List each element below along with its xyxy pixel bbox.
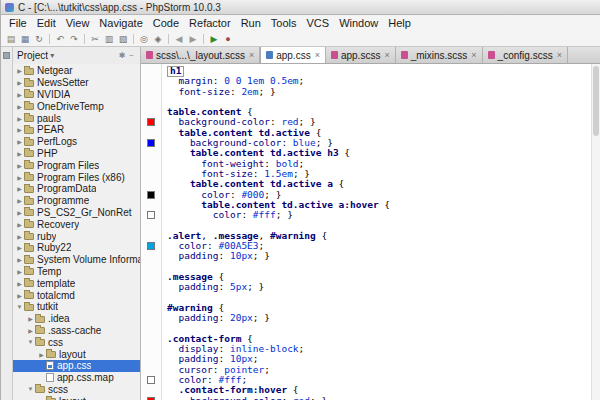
code-line[interactable]: [167, 262, 591, 272]
menu-item-edit[interactable]: Edit: [32, 17, 61, 29]
menu-item-vcs[interactable]: VCS: [302, 17, 335, 29]
tree-item[interactable]: ▶layout: [13, 395, 140, 400]
tree-item[interactable]: ▼tutkit: [13, 301, 140, 313]
code-line[interactable]: [167, 293, 591, 303]
tab-close-icon[interactable]: ×: [249, 50, 254, 60]
tab-close-icon[interactable]: ×: [384, 50, 389, 60]
color-swatch[interactable]: [147, 118, 155, 126]
hide-panel-icon[interactable]: −: [127, 51, 136, 60]
forward-icon[interactable]: ▶: [186, 32, 200, 46]
tree-item[interactable]: ▶System Volume Information: [13, 254, 140, 266]
settings-icon[interactable]: ✱: [117, 51, 128, 60]
tab-close-icon[interactable]: ×: [471, 50, 476, 60]
expand-collapsed-icon[interactable]: ▶: [15, 150, 24, 157]
editor-tab[interactable]: _mixins.scss×: [396, 47, 483, 63]
expand-collapsed-icon[interactable]: ▶: [15, 256, 24, 263]
expand-collapsed-icon[interactable]: ▶: [15, 244, 24, 251]
project-tool-button[interactable]: [3, 52, 10, 59]
color-swatch[interactable]: [147, 211, 155, 219]
find-icon[interactable]: ◎: [137, 32, 151, 46]
title-bar[interactable]: C - [C:\...\tutkit\css\app.css - PhpStor…: [1, 0, 600, 15]
tree-item[interactable]: ▶NewsSetter: [13, 77, 140, 89]
copy-icon[interactable]: ▥: [102, 32, 116, 46]
expand-collapsed-icon[interactable]: ▶: [15, 103, 24, 110]
replace-icon[interactable]: ◈: [151, 32, 165, 46]
expand-collapsed-icon[interactable]: ▶: [15, 268, 24, 275]
redo-icon[interactable]: ↷: [67, 32, 81, 46]
synchronize-icon[interactable]: ↻: [32, 32, 46, 46]
tree-item[interactable]: ▶PEAR: [13, 124, 140, 136]
tree-item[interactable]: ▶layout: [13, 348, 140, 360]
editor-tab[interactable]: app.scss×: [326, 47, 396, 63]
menu-item-run[interactable]: Run: [236, 17, 266, 29]
cut-icon[interactable]: ✂: [88, 32, 102, 46]
expand-collapsed-icon[interactable]: ▶: [37, 351, 46, 358]
tree-item[interactable]: ▶Recovery: [13, 218, 140, 230]
run-icon[interactable]: ▶: [207, 32, 221, 46]
tree-item[interactable]: ▶PHP: [13, 148, 140, 160]
expand-collapsed-icon[interactable]: ▶: [15, 67, 24, 74]
expand-expanded-icon[interactable]: ▼: [26, 339, 35, 345]
tree-item[interactable]: ▶ruby: [13, 230, 140, 242]
scrollbar-thumb[interactable]: [593, 66, 599, 136]
expand-collapsed-icon[interactable]: ▶: [15, 280, 24, 287]
code-line[interactable]: color: #fff; }: [167, 210, 591, 220]
expand-collapsed-icon[interactable]: ▶: [26, 315, 35, 322]
color-swatch[interactable]: [147, 191, 155, 199]
menu-item-navigate[interactable]: Navigate: [94, 17, 147, 29]
editor-scrollbar[interactable]: [591, 64, 600, 400]
tree-item[interactable]: ▶Program Files: [13, 159, 140, 171]
code-line[interactable]: padding: 5px; }: [167, 282, 591, 292]
tree-item[interactable]: ▶ProgramData: [13, 183, 140, 195]
tree-item[interactable]: ▶Netgear: [13, 65, 140, 77]
menu-item-code[interactable]: Code: [148, 17, 184, 29]
tree-item[interactable]: ▶NVIDIA: [13, 89, 140, 101]
menu-item-help[interactable]: Help: [383, 17, 416, 29]
tree-item[interactable]: ▶PerfLogs: [13, 136, 140, 148]
tree-item[interactable]: ▶totalcmd: [13, 289, 140, 301]
editor-tab[interactable]: app.css×: [260, 47, 326, 63]
expand-expanded-icon[interactable]: ▼: [15, 304, 24, 310]
expand-collapsed-icon[interactable]: ▶: [26, 327, 35, 334]
code-line[interactable]: padding: 20px; }: [167, 313, 591, 323]
editor-tab[interactable]: _config.scss×: [483, 47, 568, 63]
menu-item-refactor[interactable]: Refactor: [184, 17, 236, 29]
tree-item[interactable]: ▶.sass-cache: [13, 325, 140, 337]
back-icon[interactable]: ◀: [172, 32, 186, 46]
expand-collapsed-icon[interactable]: ▶: [15, 292, 24, 299]
save-all-icon[interactable]: ▦: [18, 32, 32, 46]
tree-item[interactable]: ▶Ruby22: [13, 242, 140, 254]
project-panel-header[interactable]: Project ▾ ✱−: [13, 47, 140, 64]
tab-close-icon[interactable]: ×: [315, 50, 320, 60]
expand-collapsed-icon[interactable]: ▶: [15, 162, 24, 169]
menu-item-file[interactable]: File: [4, 17, 32, 29]
tree-item[interactable]: ▶OneDriveTemp: [13, 100, 140, 112]
expand-collapsed-icon[interactable]: ▶: [15, 221, 24, 228]
expand-expanded-icon[interactable]: ▼: [26, 386, 35, 392]
tree-item[interactable]: ▶Program Files (x86): [13, 171, 140, 183]
chevron-down-icon[interactable]: ▾: [50, 51, 54, 60]
menu-item-window[interactable]: Window: [334, 17, 383, 29]
tree-item[interactable]: ▶Temp: [13, 266, 140, 278]
debug-icon[interactable]: ●: [221, 32, 235, 46]
expand-collapsed-icon[interactable]: ▶: [15, 233, 24, 240]
tab-close-icon[interactable]: ×: [557, 50, 562, 60]
expand-collapsed-icon[interactable]: ▶: [15, 138, 24, 145]
expand-collapsed-icon[interactable]: ▶: [15, 174, 24, 181]
code-area[interactable]: h1 margin: 0 0 1em 0.5em; font-size: 2em…: [162, 64, 591, 400]
tree-item[interactable]: ▶pauls: [13, 112, 140, 124]
tree-item[interactable]: ▶template: [13, 277, 140, 289]
expand-collapsed-icon[interactable]: ▶: [15, 126, 24, 133]
expand-collapsed-icon[interactable]: ▶: [15, 79, 24, 86]
color-swatch[interactable]: [147, 376, 155, 384]
open-icon[interactable]: ▤: [4, 32, 18, 46]
code-line[interactable]: background-color: red; }: [167, 396, 591, 400]
editor-tab[interactable]: scss\...\_layout.scss×: [141, 47, 260, 63]
paste-icon[interactable]: ▧: [116, 32, 130, 46]
menu-item-tools[interactable]: Tools: [266, 17, 302, 29]
tree-item[interactable]: ▶Programme: [13, 195, 140, 207]
color-swatch[interactable]: [147, 397, 155, 400]
tree-item[interactable]: app.css.map: [13, 372, 140, 384]
undo-icon[interactable]: ↶: [53, 32, 67, 46]
menu-item-view[interactable]: View: [61, 17, 95, 29]
